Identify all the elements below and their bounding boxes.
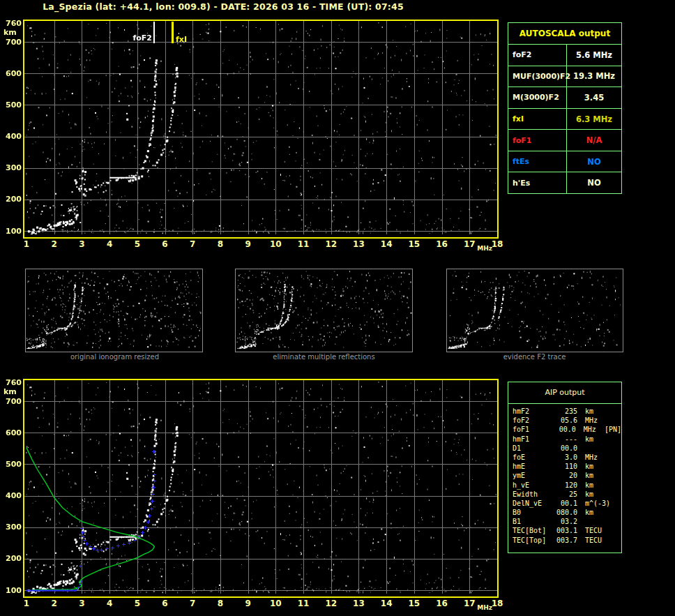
aip-unit: km xyxy=(585,407,593,416)
aip-row-foe: foE3.0MHz xyxy=(513,453,621,462)
bottom-ionogram-canvas xyxy=(24,380,497,594)
aip-label: DelN_vE xyxy=(513,499,552,508)
table-row-hEs: h'Es NO xyxy=(508,172,621,193)
thumbnail-eliminate-reflections xyxy=(235,269,413,352)
aip-value: 20 xyxy=(552,471,577,480)
x-axis-label: 8 xyxy=(212,240,229,249)
aip-value: 00.0 xyxy=(551,425,576,434)
row-value: 6.3 MHz xyxy=(567,109,621,130)
fxI-marker-label: fxI xyxy=(176,36,187,44)
aip-row-tectop: TEC[Top]003.7TECU xyxy=(513,536,621,545)
autoscala-output-table: AUTOSCALA output foF2 5.6 MHz MUF(3000)F… xyxy=(508,22,622,194)
aip-value: 3.0 xyxy=(552,453,577,462)
y-axis-label: 500 xyxy=(1,460,22,469)
aip-label: foF2 xyxy=(513,416,552,425)
x-axis-label: 12 xyxy=(323,240,340,249)
x-axis-label: 15 xyxy=(406,599,423,608)
aip-label: h_vE xyxy=(513,481,552,490)
aip-value: 120 xyxy=(552,481,577,490)
aip-table-header: AIP output xyxy=(508,382,621,404)
aip-row-fof1: foF100.0MHz [PN] xyxy=(513,425,621,434)
row-label: MUF(3000)F2 xyxy=(508,66,567,87)
x-axis-label: 11 xyxy=(295,599,312,608)
thumbnail-evidence-canvas xyxy=(447,269,623,349)
x-axis-label: 13 xyxy=(350,240,367,249)
aip-label: D1 xyxy=(513,444,552,453)
aip-unit: km xyxy=(585,481,593,490)
x-axis-unit: MHz xyxy=(477,245,492,252)
x-axis-label: 12 xyxy=(323,599,340,608)
x-axis-label: 6 xyxy=(157,599,174,608)
x-axis-label: 10 xyxy=(267,240,284,249)
autoscala-table-header: AUTOSCALA output xyxy=(508,23,621,45)
bottom-ionogram-panel xyxy=(23,379,499,598)
aip-row-hme: hmE110km xyxy=(513,462,621,471)
x-axis-label: 17 xyxy=(461,599,478,608)
table-row-foF1: foF1 N/A xyxy=(508,130,621,151)
aip-unit: km xyxy=(585,462,593,471)
x-axis-label: 3 xyxy=(73,240,90,249)
y-axis-label: 100 xyxy=(1,586,22,595)
aip-row-tecbot: TEC[Bot]003.1TECU xyxy=(513,526,621,535)
x-axis-label: 6 xyxy=(157,240,174,249)
aip-row-d1: D100.0 xyxy=(513,444,621,453)
table-row-fxI: fxI 6.3 MHz xyxy=(508,109,621,130)
top-ionogram-panel xyxy=(23,20,499,239)
row-label: foF1 xyxy=(508,130,567,151)
thumbnail-caption-eliminate: eliminate multiple reflections xyxy=(235,353,413,361)
y-axis-label: 500 xyxy=(1,100,22,110)
row-value: 3.45 xyxy=(567,87,621,108)
aip-table-rows: hmF2235kmfoF205.6MHzfoF100.0MHz [PN]hmF1… xyxy=(508,404,621,545)
table-row-M3000F2: M(3000)F2 3.45 xyxy=(508,87,621,109)
y-axis-unit: km xyxy=(3,387,20,396)
y-axis-label: 100 xyxy=(1,227,22,236)
y-axis-unit: km xyxy=(3,28,20,37)
fxI-marker-line xyxy=(172,22,174,43)
row-label: fxI xyxy=(508,109,567,130)
aip-value: 235 xyxy=(552,407,577,416)
table-row-ftEs: ftEs NO xyxy=(508,151,621,173)
y-axis-label: 400 xyxy=(1,132,22,141)
aip-label: foE xyxy=(513,453,552,462)
x-axis-label: 14 xyxy=(378,240,395,249)
aip-label: hmE xyxy=(513,462,552,471)
x-axis-label: 4 xyxy=(101,599,118,608)
row-value: N/A xyxy=(567,130,621,151)
aip-value: 003.7 xyxy=(552,536,577,545)
thumbnail-caption-evidence: evidence F2 trace xyxy=(446,353,623,361)
row-label: ftEs xyxy=(508,151,567,172)
x-axis-label: 1 xyxy=(18,599,35,608)
aip-value: 080.0 xyxy=(552,508,577,517)
thumbnail-original-canvas xyxy=(26,269,202,349)
top-ionogram-canvas xyxy=(24,21,497,234)
thumbnail-caption-original: original ionogram resized xyxy=(26,353,204,361)
aip-unit: m^(-3) xyxy=(585,499,610,508)
row-label: foF2 xyxy=(508,45,567,66)
row-value: NO xyxy=(567,172,621,193)
x-axis-unit: MHz xyxy=(477,604,492,611)
y-axis-label: 700 xyxy=(1,38,22,47)
aip-value: --- xyxy=(552,435,577,444)
aip-value: 05.6 xyxy=(552,416,577,425)
x-axis-label: 2 xyxy=(46,599,63,608)
row-value: NO xyxy=(567,151,621,172)
aip-unit: km xyxy=(585,435,593,444)
aip-label: B1 xyxy=(513,517,552,526)
aip-output-table: AIP output hmF2235kmfoF205.6MHzfoF100.0M… xyxy=(508,382,622,553)
aip-label: ymE xyxy=(513,471,552,480)
row-value: 19.3 MHz xyxy=(567,66,621,87)
aip-unit: MHz xyxy=(585,416,598,425)
aip-row-ewidth: Ewidth25km xyxy=(513,490,621,499)
x-axis-label: 11 xyxy=(295,240,312,249)
aip-value: 03.2 xyxy=(552,517,577,526)
row-label: h'Es xyxy=(508,172,567,193)
x-axis-label: 8 xyxy=(212,599,229,608)
aip-label: hmF1 xyxy=(513,435,552,444)
y-axis-label: 600 xyxy=(1,69,22,78)
aip-label: foF1 xyxy=(513,425,551,434)
aip-row-yme: ymE20km xyxy=(513,471,621,480)
aip-row-fof2: foF205.6MHz xyxy=(513,416,621,425)
aip-label: TEC[Top] xyxy=(513,536,552,545)
row-value: 5.6 MHz xyxy=(567,45,621,66)
foF2-marker-label: foF2 xyxy=(130,34,152,43)
